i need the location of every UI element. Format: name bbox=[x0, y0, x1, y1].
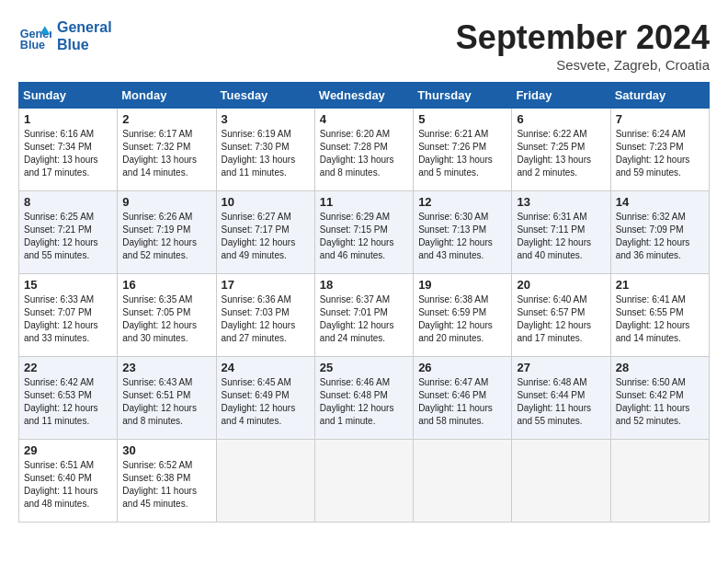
column-header-saturday: Saturday bbox=[610, 83, 709, 109]
day-info: Sunrise: 6:19 AMSunset: 7:30 PMDaylight:… bbox=[222, 128, 310, 179]
day-number: 12 bbox=[418, 195, 506, 209]
day-number: 23 bbox=[122, 361, 210, 374]
day-info: Sunrise: 6:47 AMSunset: 6:46 PMDaylight:… bbox=[418, 376, 506, 428]
calendar-week-3: 15Sunrise: 6:33 AMSunset: 7:07 PMDayligh… bbox=[19, 274, 710, 357]
page-header: General Blue General Blue September 2024… bbox=[18, 18, 710, 73]
column-header-tuesday: Tuesday bbox=[216, 83, 314, 109]
day-number: 6 bbox=[517, 112, 605, 126]
day-info: Sunrise: 6:50 AMSunset: 6:42 PMDaylight:… bbox=[616, 376, 704, 428]
day-info: Sunrise: 6:36 AMSunset: 7:03 PMDaylight:… bbox=[222, 293, 310, 345]
day-number: 10 bbox=[222, 195, 310, 209]
calendar-cell: 19Sunrise: 6:38 AMSunset: 6:59 PMDayligh… bbox=[414, 274, 512, 357]
calendar-cell: 13Sunrise: 6:31 AMSunset: 7:11 PMDayligh… bbox=[512, 191, 610, 274]
day-info: Sunrise: 6:40 AMSunset: 6:57 PMDaylight:… bbox=[517, 293, 605, 345]
calendar-cell: 29Sunrise: 6:51 AMSunset: 6:40 PMDayligh… bbox=[19, 440, 118, 523]
calendar-week-5: 29Sunrise: 6:51 AMSunset: 6:40 PMDayligh… bbox=[19, 440, 710, 523]
day-info: Sunrise: 6:17 AMSunset: 7:32 PMDaylight:… bbox=[122, 128, 210, 179]
day-number: 14 bbox=[616, 195, 704, 209]
calendar-cell: 23Sunrise: 6:43 AMSunset: 6:51 PMDayligh… bbox=[118, 357, 216, 440]
day-info: Sunrise: 6:16 AMSunset: 7:34 PMDaylight:… bbox=[24, 128, 112, 179]
day-info: Sunrise: 6:32 AMSunset: 7:09 PMDaylight:… bbox=[616, 211, 704, 262]
day-info: Sunrise: 6:37 AMSunset: 7:01 PMDaylight:… bbox=[320, 293, 408, 345]
day-number: 15 bbox=[24, 278, 112, 292]
logo-icon: General Blue bbox=[18, 19, 51, 52]
calendar-cell: 10Sunrise: 6:27 AMSunset: 7:17 PMDayligh… bbox=[216, 191, 314, 274]
calendar-cell: 14Sunrise: 6:32 AMSunset: 7:09 PMDayligh… bbox=[610, 191, 709, 274]
calendar-week-4: 22Sunrise: 6:42 AMSunset: 6:53 PMDayligh… bbox=[19, 357, 710, 440]
day-info: Sunrise: 6:45 AMSunset: 6:49 PMDaylight:… bbox=[222, 376, 310, 428]
calendar-cell bbox=[314, 440, 413, 523]
day-info: Sunrise: 6:24 AMSunset: 7:23 PMDaylight:… bbox=[616, 128, 704, 179]
svg-text:Blue: Blue bbox=[20, 39, 45, 52]
day-info: Sunrise: 6:35 AMSunset: 7:05 PMDaylight:… bbox=[122, 293, 210, 345]
day-info: Sunrise: 6:31 AMSunset: 7:11 PMDaylight:… bbox=[517, 211, 605, 262]
day-number: 5 bbox=[418, 112, 506, 126]
logo-text2: Blue bbox=[57, 36, 112, 53]
day-number: 1 bbox=[24, 112, 112, 126]
calendar-header-row: SundayMondayTuesdayWednesdayThursdayFrid… bbox=[19, 83, 710, 109]
column-header-sunday: Sunday bbox=[19, 83, 118, 109]
calendar-cell: 30Sunrise: 6:52 AMSunset: 6:38 PMDayligh… bbox=[118, 440, 216, 523]
day-info: Sunrise: 6:48 AMSunset: 6:44 PMDaylight:… bbox=[517, 376, 605, 428]
calendar-cell bbox=[414, 440, 512, 523]
column-header-monday: Monday bbox=[118, 83, 216, 109]
calendar-cell: 17Sunrise: 6:36 AMSunset: 7:03 PMDayligh… bbox=[216, 274, 314, 357]
calendar-cell: 21Sunrise: 6:41 AMSunset: 6:55 PMDayligh… bbox=[610, 274, 709, 357]
day-info: Sunrise: 6:33 AMSunset: 7:07 PMDaylight:… bbox=[24, 293, 112, 345]
calendar-cell: 1Sunrise: 6:16 AMSunset: 7:34 PMDaylight… bbox=[19, 109, 118, 191]
day-info: Sunrise: 6:46 AMSunset: 6:48 PMDaylight:… bbox=[320, 376, 408, 428]
day-number: 20 bbox=[517, 278, 605, 292]
calendar-cell: 18Sunrise: 6:37 AMSunset: 7:01 PMDayligh… bbox=[314, 274, 413, 357]
day-info: Sunrise: 6:41 AMSunset: 6:55 PMDaylight:… bbox=[616, 293, 704, 345]
day-number: 21 bbox=[616, 278, 704, 292]
day-number: 16 bbox=[122, 278, 210, 292]
location: Sesvete, Zagreb, Croatia bbox=[456, 57, 710, 73]
calendar-week-2: 8Sunrise: 6:25 AMSunset: 7:21 PMDaylight… bbox=[19, 191, 710, 274]
day-info: Sunrise: 6:43 AMSunset: 6:51 PMDaylight:… bbox=[122, 376, 210, 428]
day-info: Sunrise: 6:29 AMSunset: 7:15 PMDaylight:… bbox=[320, 211, 408, 262]
day-number: 8 bbox=[24, 195, 112, 209]
day-number: 11 bbox=[320, 195, 408, 209]
day-info: Sunrise: 6:22 AMSunset: 7:25 PMDaylight:… bbox=[517, 128, 605, 179]
day-number: 29 bbox=[24, 443, 112, 457]
calendar-cell: 15Sunrise: 6:33 AMSunset: 7:07 PMDayligh… bbox=[19, 274, 118, 357]
calendar-cell: 2Sunrise: 6:17 AMSunset: 7:32 PMDaylight… bbox=[118, 109, 216, 191]
day-number: 9 bbox=[122, 195, 210, 209]
day-number: 22 bbox=[24, 361, 112, 374]
calendar-cell: 9Sunrise: 6:26 AMSunset: 7:19 PMDaylight… bbox=[118, 191, 216, 274]
calendar-cell: 28Sunrise: 6:50 AMSunset: 6:42 PMDayligh… bbox=[610, 357, 709, 440]
day-number: 17 bbox=[222, 278, 310, 292]
day-info: Sunrise: 6:42 AMSunset: 6:53 PMDaylight:… bbox=[24, 376, 112, 428]
day-info: Sunrise: 6:26 AMSunset: 7:19 PMDaylight:… bbox=[122, 211, 210, 262]
calendar-cell: 7Sunrise: 6:24 AMSunset: 7:23 PMDaylight… bbox=[610, 109, 709, 191]
calendar-cell: 24Sunrise: 6:45 AMSunset: 6:49 PMDayligh… bbox=[216, 357, 314, 440]
day-info: Sunrise: 6:38 AMSunset: 6:59 PMDaylight:… bbox=[418, 293, 506, 345]
day-info: Sunrise: 6:52 AMSunset: 6:38 PMDaylight:… bbox=[122, 459, 210, 511]
day-number: 25 bbox=[320, 361, 408, 374]
calendar-cell: 6Sunrise: 6:22 AMSunset: 7:25 PMDaylight… bbox=[512, 109, 610, 191]
calendar-cell: 26Sunrise: 6:47 AMSunset: 6:46 PMDayligh… bbox=[414, 357, 512, 440]
logo: General Blue General Blue bbox=[18, 18, 112, 53]
day-number: 19 bbox=[418, 278, 506, 292]
day-number: 26 bbox=[418, 361, 506, 374]
day-number: 13 bbox=[517, 195, 605, 209]
calendar-cell: 25Sunrise: 6:46 AMSunset: 6:48 PMDayligh… bbox=[314, 357, 413, 440]
calendar-cell bbox=[216, 440, 314, 523]
calendar-cell: 4Sunrise: 6:20 AMSunset: 7:28 PMDaylight… bbox=[314, 109, 413, 191]
day-number: 28 bbox=[616, 361, 704, 374]
day-number: 27 bbox=[517, 361, 605, 374]
day-info: Sunrise: 6:20 AMSunset: 7:28 PMDaylight:… bbox=[320, 128, 408, 179]
day-number: 24 bbox=[222, 361, 310, 374]
calendar-week-1: 1Sunrise: 6:16 AMSunset: 7:34 PMDaylight… bbox=[19, 109, 710, 191]
day-number: 18 bbox=[320, 278, 408, 292]
calendar-cell bbox=[512, 440, 610, 523]
day-number: 3 bbox=[222, 112, 310, 126]
day-info: Sunrise: 6:25 AMSunset: 7:21 PMDaylight:… bbox=[24, 211, 112, 262]
calendar-body: 1Sunrise: 6:16 AMSunset: 7:34 PMDaylight… bbox=[19, 109, 710, 523]
day-number: 30 bbox=[122, 443, 210, 457]
day-info: Sunrise: 6:21 AMSunset: 7:26 PMDaylight:… bbox=[418, 128, 506, 179]
day-info: Sunrise: 6:27 AMSunset: 7:17 PMDaylight:… bbox=[222, 211, 310, 262]
calendar-cell: 8Sunrise: 6:25 AMSunset: 7:21 PMDaylight… bbox=[19, 191, 118, 274]
month-title: September 2024 bbox=[456, 18, 710, 57]
column-header-friday: Friday bbox=[512, 83, 610, 109]
